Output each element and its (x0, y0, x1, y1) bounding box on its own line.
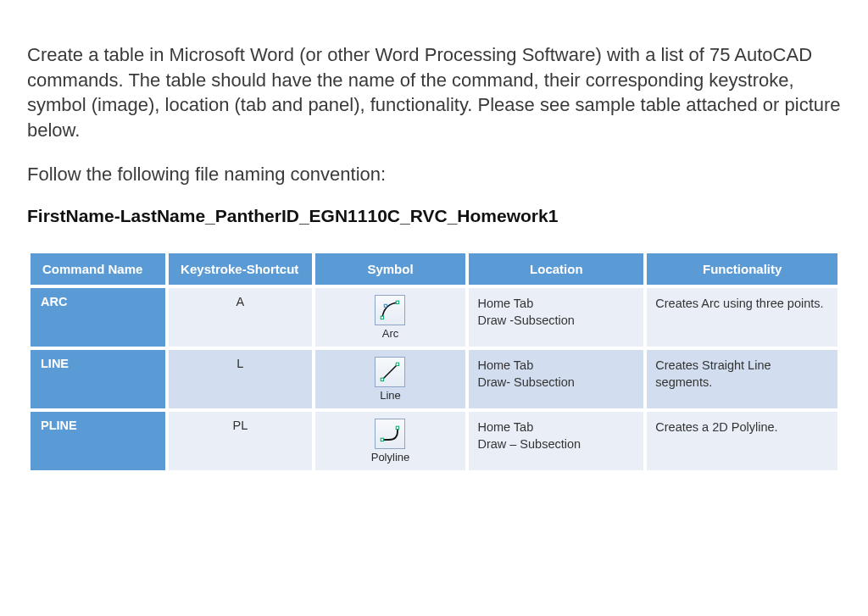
svg-rect-5 (397, 363, 399, 365)
cell-keystroke: PL (169, 412, 311, 470)
arc-icon (375, 295, 405, 325)
col-header-symbol: Symbol (315, 253, 466, 285)
col-header-command: Command Name (31, 253, 165, 285)
cell-functionality: Creates Straight Line segments. (647, 350, 837, 408)
location-line2: Draw – Subsection (477, 437, 581, 451)
svg-line-3 (382, 364, 398, 380)
table-header-row: Command Name Keystroke-Shortcut Symbol L… (31, 253, 837, 285)
instructions-paragraph: Create a table in Microsoft Word (or oth… (27, 42, 841, 143)
cell-command-name: PLINE (31, 412, 165, 470)
table-row: PLINE PL Polyline Home Tab Draw – Su (31, 412, 837, 470)
cell-symbol: Polyline (315, 412, 466, 470)
cell-functionality: Creates a 2D Polyline. (647, 412, 837, 470)
symbol-label: Arc (375, 327, 405, 340)
cell-location: Home Tab Draw – Subsection (469, 412, 643, 470)
col-header-keystroke: Keystroke-Shortcut (169, 253, 311, 285)
cell-location: Home Tab Draw -Subsection (469, 288, 643, 347)
col-header-functionality: Functionality (647, 253, 837, 285)
cell-location: Home Tab Draw- Subsection (469, 350, 643, 408)
table-row: LINE L Line Home Tab Draw- Subsectio (31, 350, 837, 408)
commands-table: Command Name Keystroke-Shortcut Symbol L… (27, 250, 841, 474)
cell-keystroke: L (169, 350, 311, 408)
svg-rect-7 (397, 426, 399, 429)
symbol-label: Polyline (371, 451, 410, 463)
cell-command-name: ARC (31, 288, 165, 347)
cell-functionality: Creates Arc using three points. (647, 288, 837, 347)
location-line2: Draw -Subsection (477, 314, 574, 327)
svg-rect-1 (397, 301, 399, 303)
cell-keystroke: A (169, 288, 311, 347)
line-icon (375, 357, 405, 387)
location-line2: Draw- Subsection (477, 375, 574, 389)
svg-rect-0 (381, 316, 384, 319)
cell-symbol: Line (315, 350, 466, 408)
svg-rect-4 (381, 378, 384, 380)
symbol-label: Line (375, 389, 405, 402)
svg-rect-2 (385, 304, 387, 307)
svg-rect-6 (381, 438, 384, 441)
col-header-location: Location (469, 253, 643, 285)
cell-command-name: LINE (31, 350, 165, 408)
location-line1: Home Tab (477, 297, 533, 310)
cell-symbol: Arc (315, 288, 466, 347)
location-line1: Home Tab (477, 420, 533, 434)
naming-convention-heading: Follow the following file naming convent… (27, 164, 841, 186)
location-line1: Home Tab (477, 358, 533, 372)
filename-pattern: FirstName-LastName_PantherID_EGN1110C_RV… (27, 206, 841, 226)
polyline-icon (375, 419, 405, 449)
table-row: ARC A Arc Home Tab Dr (31, 288, 837, 347)
